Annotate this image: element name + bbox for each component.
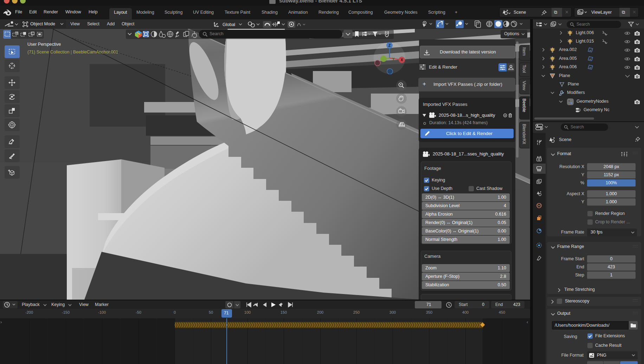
svg-text:Z: Z [388,44,391,47]
svg-text:X: X [401,58,403,62]
svg-text:Y: Y [392,57,395,61]
svg-text:Global: Global [223,22,235,27]
